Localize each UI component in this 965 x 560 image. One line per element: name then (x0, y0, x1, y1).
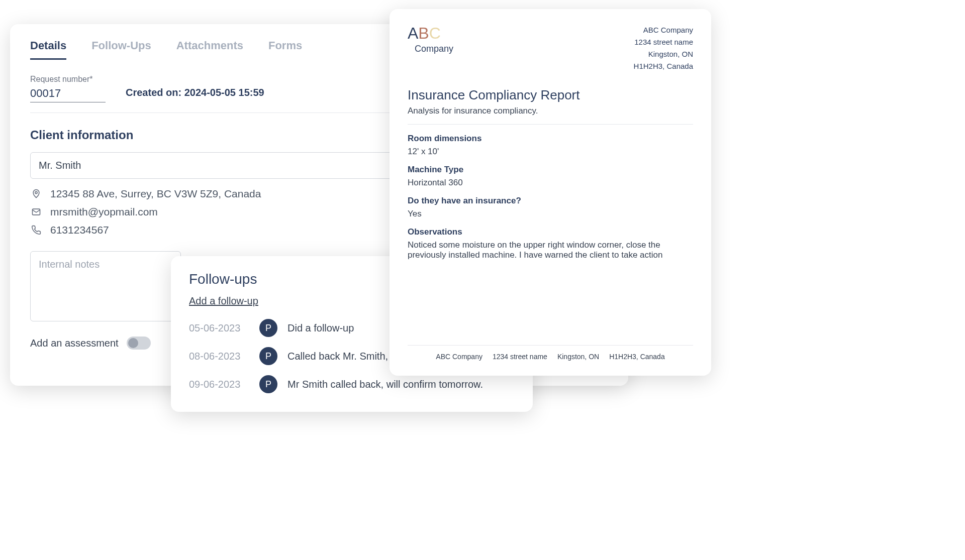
svg-point-0 (35, 191, 37, 193)
company-postal: H1H2H3, Canada (634, 60, 693, 72)
request-number-label: Request number* (30, 75, 106, 84)
report-header: ABC Company ABC Company 1234 street name… (408, 24, 693, 72)
toggle-knob (128, 338, 138, 348)
client-email: mrsmith@yopmail.com (50, 206, 158, 218)
followup-text: Did a follow-up (287, 322, 354, 334)
company-name: ABC Company (634, 24, 693, 36)
report-panel: ABC Company ABC Company 1234 street name… (390, 9, 711, 376)
footer-city: Kingston, ON (557, 353, 599, 361)
report-subtitle: Analysis for insurance compliancy. (408, 106, 693, 116)
field-label-room: Room dimensions (408, 134, 693, 144)
created-on: Created on: 2024-05-05 15:59 (126, 87, 264, 102)
company-city: Kingston, ON (634, 48, 693, 60)
followup-date: 08-06-2023 (189, 351, 249, 362)
assessment-toggle[interactable] (127, 337, 151, 350)
field-label-machine: Machine Type (408, 165, 693, 175)
field-value-observations: Noticed some moisture on the upper right… (408, 240, 693, 260)
assessment-label: Add an assessment (30, 338, 119, 349)
report-footer: ABC Company 1234 street name Kingston, O… (408, 345, 693, 361)
tab-forms[interactable]: Forms (268, 39, 302, 60)
followup-item: 09-06-2023 P Mr Smith called back, will … (189, 375, 515, 393)
logo-c: C (429, 24, 441, 42)
followup-date: 09-06-2023 (189, 379, 249, 390)
followup-text: Called back Mr. Smith, (287, 351, 388, 362)
logo-b: B (418, 24, 429, 42)
logo-a: A (408, 24, 418, 42)
avatar: P (259, 319, 277, 337)
field-value-machine: Horizontal 360 (408, 178, 693, 188)
add-followup-link[interactable]: Add a follow-up (189, 295, 258, 307)
field-label-insurance: Do they have an insurance? (408, 196, 693, 206)
followup-date: 05-06-2023 (189, 322, 249, 334)
report-body: Insurance Compliancy Report Analysis for… (408, 87, 693, 345)
phone-icon (30, 224, 42, 236)
report-title: Insurance Compliancy Report (408, 87, 693, 103)
field-value-room: 12' x 10' (408, 147, 693, 157)
internal-notes-input[interactable]: Internal notes (30, 251, 181, 321)
logo: ABC Company (408, 24, 453, 54)
footer-company: ABC Company (436, 353, 482, 361)
field-label-observations: Observations (408, 227, 693, 237)
followup-text: Mr Smith called back, will confirm tomor… (287, 379, 483, 390)
field-value-insurance: Yes (408, 209, 693, 219)
logo-company: Company (408, 44, 453, 54)
tab-follow-ups[interactable]: Follow-Ups (91, 39, 151, 60)
request-number-input[interactable]: 00017 (30, 87, 106, 102)
avatar: P (259, 375, 277, 393)
footer-street: 1234 street name (493, 353, 547, 361)
location-icon (30, 188, 42, 200)
mail-icon (30, 206, 42, 218)
client-phone: 6131234567 (50, 224, 109, 236)
tab-details[interactable]: Details (30, 39, 66, 60)
avatar: P (259, 347, 277, 365)
tab-attachments[interactable]: Attachments (176, 39, 243, 60)
company-info: ABC Company 1234 street name Kingston, O… (634, 24, 693, 72)
footer-postal: H1H2H3, Canada (609, 353, 665, 361)
client-address: 12345 88 Ave, Surrey, BC V3W 5Z9, Canada (50, 188, 261, 200)
company-street: 1234 street name (634, 36, 693, 48)
